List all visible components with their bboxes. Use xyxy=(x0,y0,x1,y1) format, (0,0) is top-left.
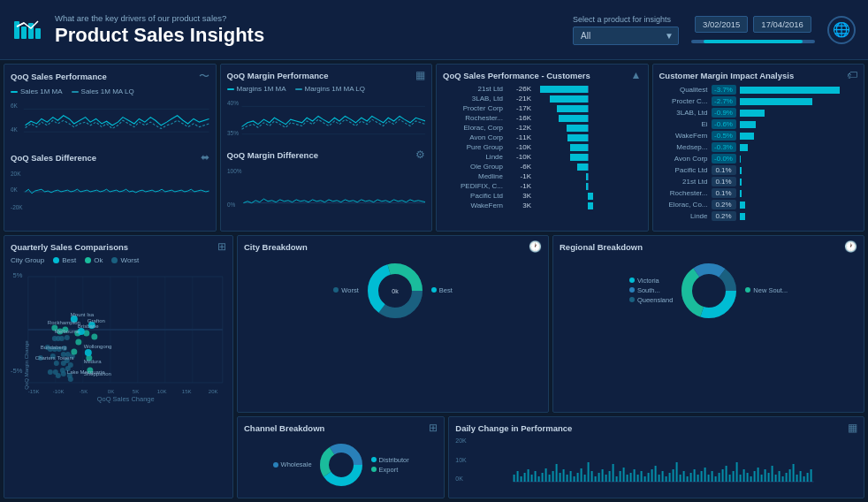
svg-text:-20K: -20K xyxy=(11,204,23,210)
ch-legend-wholesale: Wholesale xyxy=(273,460,312,468)
qoq-sales-icon: 〜 xyxy=(199,69,209,84)
svg-text:10K: 10K xyxy=(157,389,167,394)
product-label: Select a product for insights xyxy=(573,15,679,24)
svg-rect-120 xyxy=(566,475,567,482)
margin-name: Linde xyxy=(659,212,708,220)
margin-row: Ei-0.6% xyxy=(659,119,858,129)
svg-rect-129 xyxy=(598,473,599,482)
svg-rect-140 xyxy=(636,475,638,482)
svg-rect-184 xyxy=(792,464,794,482)
q-legend-worst: Worst xyxy=(111,256,139,264)
svg-text:100%: 100% xyxy=(227,168,242,174)
margin-row: Elorac, Co...0.2% xyxy=(659,200,858,209)
reg-label-queensland: Queensland xyxy=(637,296,673,304)
center-line xyxy=(588,95,589,103)
x-axis-label: QoQ Sales Change xyxy=(25,395,226,403)
svg-text:20K: 20K xyxy=(209,389,218,394)
customers-list: 21st Ltd-26K3LAB, Ltd-21KProcter Corp-17… xyxy=(443,85,642,209)
customer-row: PEDIFIX, C...-1K xyxy=(443,182,642,190)
q-legend-ok: Ok xyxy=(85,256,103,264)
customer-value: 3K xyxy=(506,192,531,200)
svg-rect-169 xyxy=(739,475,741,482)
customer-value: -10K xyxy=(506,143,531,151)
margin-bar-container xyxy=(740,179,858,186)
svg-point-34 xyxy=(65,335,70,340)
ch-label-wholesale: Wholesale xyxy=(281,460,312,468)
ch-label-distributor: Distributor xyxy=(379,456,409,464)
channel-breakdown-title: Channel Breakdown xyxy=(244,423,324,433)
svg-text:Brisbane: Brisbane xyxy=(78,323,99,329)
svg-rect-127 xyxy=(590,471,592,482)
svg-rect-147 xyxy=(661,471,663,482)
margin-bar-container xyxy=(740,87,858,94)
svg-text:6K: 6K xyxy=(11,103,19,109)
regional-breakdown-title: Regional Breakdown xyxy=(560,242,643,252)
svg-text:4K: 4K xyxy=(11,126,19,133)
margin-row: Rochester...0.1% xyxy=(659,188,858,198)
margin-bar-container xyxy=(740,121,858,128)
regional-breakdown-header: Regional Breakdown 🕐 xyxy=(560,240,857,253)
svg-rect-119 xyxy=(562,469,564,482)
reg-label-south: South... xyxy=(637,286,660,294)
svg-rect-157 xyxy=(697,475,698,482)
svg-rect-161 xyxy=(711,471,712,482)
svg-rect-166 xyxy=(728,475,730,482)
svg-rect-186 xyxy=(799,471,801,482)
svg-text:-10K: -10K xyxy=(53,389,65,394)
margin-bar xyxy=(740,156,741,163)
customer-name: WakeFern xyxy=(443,202,503,209)
qoq-margin-diff-header: QoQ Margin Difference ⚙ xyxy=(227,148,426,161)
margin-name: 3LAB, Ltd xyxy=(659,109,708,117)
daily-change-icon: ▦ xyxy=(848,422,857,434)
svg-rect-135 xyxy=(619,471,621,482)
margin-bar-container xyxy=(740,167,858,174)
q-legend-city-label: City Group xyxy=(11,256,44,264)
bottom-right: Channel Breakdown ⊞ Wholesale xyxy=(237,416,864,498)
margin-bar-container xyxy=(740,133,858,140)
svg-rect-106 xyxy=(516,471,518,482)
svg-rect-112 xyxy=(537,476,539,482)
reg-dot-newsouth xyxy=(745,287,750,293)
reg-legend-victoria: Victoria xyxy=(629,277,673,285)
svg-point-55 xyxy=(68,376,73,382)
date-slider[interactable] xyxy=(691,40,815,43)
reg-label-newsouth: New Sout... xyxy=(753,286,788,294)
qoq-sales-diff-header: QoQ Sales Difference ⬌ xyxy=(11,151,209,164)
svg-text:Bundaberg: Bundaberg xyxy=(41,345,66,350)
date-end[interactable]: 17/04/2016 xyxy=(753,16,811,33)
quarterly-title: Quarterly Sales Comparisons xyxy=(11,242,128,252)
margin-name: WakeFern xyxy=(659,132,708,140)
q-legend-city: City Group xyxy=(11,256,44,264)
svg-rect-3 xyxy=(35,28,41,39)
svg-text:Melbourne: Melbourne xyxy=(55,329,80,334)
svg-text:0%: 0% xyxy=(227,202,236,208)
daily-change-panel: Daily Change in Performance ▦ 20K 10K 0K xyxy=(448,416,864,498)
legend-margin-1m: Margins 1M MA xyxy=(227,85,286,93)
margin-value-box: -0.6% xyxy=(712,119,736,129)
margin-name: Pacific Ltd xyxy=(659,166,708,174)
globe-icon[interactable]: 🌐 xyxy=(827,16,856,44)
svg-rect-155 xyxy=(689,473,691,482)
qoq-sales-panel: QoQ Sales Performance 〜 Sales 1M MA Sale… xyxy=(4,64,217,232)
ch-legend-export: Export xyxy=(371,466,409,474)
customer-bar-container xyxy=(535,134,642,141)
qoq-margin-panel: QoQ Margin Performance ▦ Margins 1M MA M… xyxy=(220,64,433,232)
header-subtitle: What are the key drivers of our product … xyxy=(55,13,573,23)
product-select[interactable]: All Product A Product B Product C xyxy=(573,27,679,45)
customer-bar-neg xyxy=(570,144,588,151)
svg-rect-175 xyxy=(760,475,762,482)
svg-rect-117 xyxy=(555,464,557,482)
margin-value-box: 0.2% xyxy=(712,200,736,209)
customer-value: 3K xyxy=(506,202,531,209)
margin-name: Avon Corp xyxy=(659,155,708,163)
qoq-margin-header: QoQ Margin Performance ▦ xyxy=(227,69,426,81)
customer-bar-neg xyxy=(586,173,588,180)
qoq-margin-diff-icon: ⚙ xyxy=(415,148,425,161)
margin-bar xyxy=(740,98,813,105)
svg-rect-154 xyxy=(686,476,688,482)
svg-rect-123 xyxy=(576,473,578,482)
margin-row: Medsep...-0.3% xyxy=(659,142,858,152)
margin-impact-header: Customer Margin Impact Analysis 🏷 xyxy=(659,69,858,81)
date-start[interactable]: 3/02/2015 xyxy=(695,16,748,33)
q-legend-best-label: Best xyxy=(62,256,76,264)
